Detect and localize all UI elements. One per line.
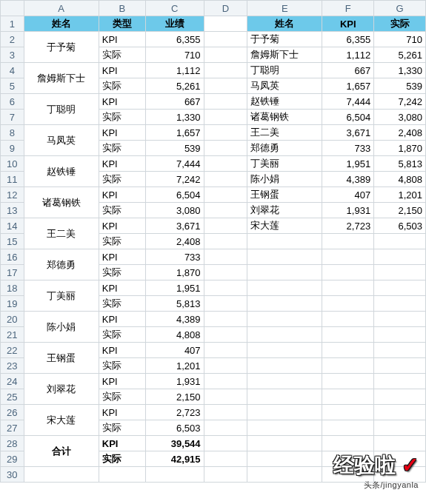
column-header-d[interactable]: D <box>204 1 247 16</box>
row-header[interactable]: 10 <box>1 156 24 172</box>
empty-cell[interactable] <box>374 234 426 249</box>
row-header[interactable]: 16 <box>1 249 24 265</box>
empty-cell[interactable] <box>374 358 426 374</box>
empty-cell[interactable] <box>204 358 247 374</box>
row-header[interactable]: 2 <box>1 32 24 47</box>
row-header[interactable]: 8 <box>1 125 24 141</box>
empty-cell[interactable] <box>247 296 322 312</box>
empty-cell[interactable] <box>204 405 247 420</box>
empty-cell[interactable] <box>322 312 374 327</box>
empty-cell[interactable] <box>322 358 374 374</box>
empty-cell[interactable] <box>247 467 322 483</box>
empty-cell[interactable] <box>204 187 247 203</box>
empty-cell[interactable] <box>24 467 99 483</box>
empty-cell[interactable] <box>247 343 322 358</box>
empty-cell[interactable] <box>247 420 322 436</box>
empty-cell[interactable] <box>322 280 374 296</box>
empty-cell[interactable] <box>204 420 247 436</box>
empty-cell[interactable] <box>374 296 426 312</box>
column-header-c[interactable]: C <box>145 1 204 16</box>
empty-cell[interactable] <box>322 436 374 451</box>
empty-cell[interactable] <box>374 389 426 405</box>
empty-cell[interactable] <box>322 234 374 249</box>
row-header[interactable]: 7 <box>1 110 24 125</box>
empty-cell[interactable] <box>204 63 247 78</box>
empty-cell[interactable] <box>204 172 247 187</box>
empty-cell[interactable] <box>322 296 374 312</box>
empty-cell[interactable] <box>204 203 247 218</box>
empty-cell[interactable] <box>374 265 426 280</box>
empty-cell[interactable] <box>247 451 322 467</box>
row-header[interactable]: 15 <box>1 234 24 249</box>
empty-cell[interactable] <box>204 218 247 234</box>
empty-cell[interactable] <box>247 389 322 405</box>
empty-cell[interactable] <box>322 405 374 420</box>
empty-cell[interactable] <box>204 374 247 389</box>
empty-cell[interactable] <box>374 249 426 265</box>
empty-cell[interactable] <box>322 420 374 436</box>
row-header[interactable]: 24 <box>1 374 24 389</box>
empty-cell[interactable] <box>247 436 322 451</box>
row-header[interactable]: 17 <box>1 265 24 280</box>
row-header[interactable]: 29 <box>1 451 24 467</box>
row-header[interactable]: 11 <box>1 172 24 187</box>
empty-cell[interactable] <box>204 265 247 280</box>
empty-cell[interactable] <box>374 327 426 343</box>
empty-cell[interactable] <box>247 327 322 343</box>
spreadsheet-grid[interactable]: ABCDEFG1姓名类型业绩姓名KPI实际2于予菊KPI6,355于予菊6,35… <box>0 0 426 483</box>
empty-cell[interactable] <box>374 405 426 420</box>
empty-cell[interactable] <box>204 249 247 265</box>
row-header[interactable]: 1 <box>1 16 24 32</box>
empty-cell[interactable] <box>204 16 247 32</box>
empty-cell[interactable] <box>322 343 374 358</box>
empty-cell[interactable] <box>204 327 247 343</box>
empty-cell[interactable] <box>322 265 374 280</box>
empty-cell[interactable] <box>374 374 426 389</box>
row-header[interactable]: 25 <box>1 389 24 405</box>
empty-cell[interactable] <box>374 343 426 358</box>
empty-cell[interactable] <box>247 405 322 420</box>
empty-cell[interactable] <box>204 125 247 141</box>
row-header[interactable]: 22 <box>1 343 24 358</box>
row-header[interactable]: 28 <box>1 436 24 451</box>
empty-cell[interactable] <box>374 280 426 296</box>
column-header-f[interactable]: F <box>322 1 374 16</box>
empty-cell[interactable] <box>374 467 426 483</box>
row-header[interactable]: 5 <box>1 78 24 94</box>
row-header[interactable]: 4 <box>1 63 24 78</box>
empty-cell[interactable] <box>247 312 322 327</box>
empty-cell[interactable] <box>247 280 322 296</box>
empty-cell[interactable] <box>247 249 322 265</box>
empty-cell[interactable] <box>204 436 247 451</box>
empty-cell[interactable] <box>204 296 247 312</box>
row-header[interactable]: 21 <box>1 327 24 343</box>
empty-cell[interactable] <box>322 249 374 265</box>
empty-cell[interactable] <box>204 47 247 63</box>
row-header[interactable]: 30 <box>1 467 24 483</box>
column-header-a[interactable]: A <box>24 1 99 16</box>
empty-cell[interactable] <box>322 467 374 483</box>
empty-cell[interactable] <box>204 467 247 483</box>
column-header-e[interactable]: E <box>247 1 322 16</box>
row-header[interactable]: 9 <box>1 141 24 156</box>
empty-cell[interactable] <box>204 156 247 172</box>
row-header[interactable]: 18 <box>1 280 24 296</box>
empty-cell[interactable] <box>374 312 426 327</box>
empty-cell[interactable] <box>247 358 322 374</box>
row-header[interactable]: 14 <box>1 218 24 234</box>
empty-cell[interactable] <box>204 234 247 249</box>
empty-cell[interactable] <box>374 451 426 467</box>
row-header[interactable]: 20 <box>1 312 24 327</box>
empty-cell[interactable] <box>322 389 374 405</box>
empty-cell[interactable] <box>99 467 145 483</box>
empty-cell[interactable] <box>247 374 322 389</box>
empty-cell[interactable] <box>204 141 247 156</box>
empty-cell[interactable] <box>374 420 426 436</box>
empty-cell[interactable] <box>204 389 247 405</box>
row-header[interactable]: 26 <box>1 405 24 420</box>
empty-cell[interactable] <box>374 436 426 451</box>
corner-cell[interactable] <box>1 1 24 16</box>
empty-cell[interactable] <box>247 234 322 249</box>
empty-cell[interactable] <box>322 327 374 343</box>
row-header[interactable]: 23 <box>1 358 24 374</box>
